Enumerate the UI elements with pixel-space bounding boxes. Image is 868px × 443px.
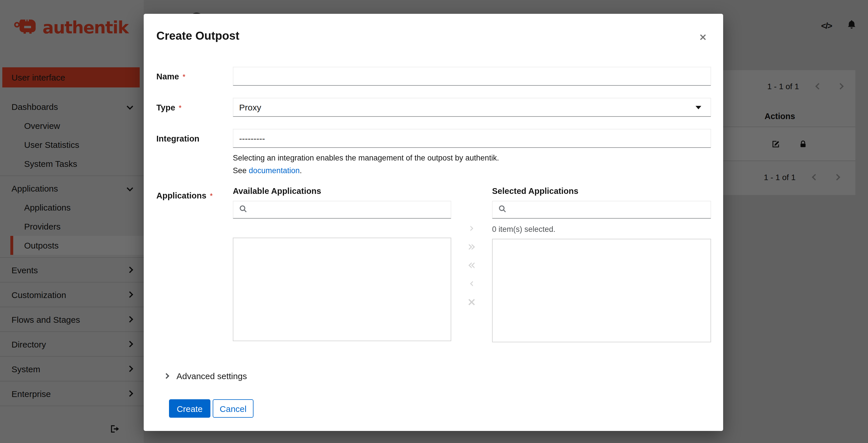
selected-count-label: 0 item(s) selected. [492, 225, 711, 234]
selected-search[interactable] [492, 201, 711, 218]
help-see: See [233, 166, 249, 175]
remove-all-icon[interactable]: « [468, 258, 476, 271]
integration-select[interactable]: --------- [233, 129, 711, 148]
selected-applications-pane: Selected Applications 0 item(s) selected… [492, 187, 711, 342]
documentation-link[interactable]: documentation [249, 166, 300, 175]
selected-search-input[interactable] [511, 205, 705, 214]
add-all-icon[interactable]: » [468, 240, 476, 253]
search-icon [239, 205, 247, 215]
required-marker: * [183, 72, 185, 81]
selected-applications-list[interactable] [492, 239, 711, 342]
modal-title: Create Outpost [156, 29, 709, 42]
create-outpost-modal: Create Outpost × Name* Type* Proxy [144, 14, 723, 431]
transfer-controls: › » « ‹ × [451, 187, 492, 342]
required-marker: * [210, 191, 213, 200]
type-select[interactable]: Proxy [233, 98, 711, 117]
help-period: . [300, 166, 302, 175]
caret-down-icon [695, 106, 701, 109]
close-icon[interactable]: × [699, 32, 707, 42]
label-text: Integration [156, 134, 199, 143]
advanced-settings-toggle[interactable]: Advanced settings [156, 371, 711, 381]
required-marker: * [179, 103, 182, 112]
available-applications-pane: Available Applications [233, 187, 451, 342]
help-line: Selecting an integration enables the man… [233, 152, 711, 165]
help-line: See documentation. [233, 165, 711, 177]
label-text: Type [156, 103, 175, 112]
label-text: Applications [156, 191, 206, 200]
available-applications-list[interactable] [233, 238, 451, 341]
remove-selected-icon[interactable]: ‹ [469, 276, 474, 290]
integration-select-value: --------- [239, 134, 265, 143]
name-field-label: Name* [156, 71, 233, 81]
type-select-value: Proxy [239, 102, 261, 112]
selected-applications-header: Selected Applications [492, 187, 711, 196]
available-applications-header: Available Applications [233, 187, 451, 196]
available-search-input[interactable] [252, 205, 445, 214]
cancel-button[interactable]: Cancel [213, 399, 253, 418]
screen: </> 1 - 1 of 1 Actions 1 - 1 of 1 [0, 0, 868, 443]
clear-selection-icon[interactable]: × [467, 295, 476, 308]
integration-help-text: Selecting an integration enables the man… [233, 152, 711, 177]
applications-field-label: Applications* [156, 191, 233, 200]
create-button[interactable]: Create [169, 399, 210, 418]
chevron-right-icon [163, 373, 169, 379]
search-icon [498, 205, 506, 215]
available-search[interactable] [233, 201, 451, 218]
applications-dual-list: Available Applications › » « [233, 187, 711, 342]
add-selected-icon[interactable]: › [469, 221, 474, 234]
label-text: Name [156, 71, 179, 81]
advanced-settings-label: Advanced settings [177, 371, 247, 381]
name-input[interactable] [233, 67, 711, 86]
type-field-label: Type* [156, 103, 233, 112]
integration-field-label: Integration [156, 134, 233, 143]
